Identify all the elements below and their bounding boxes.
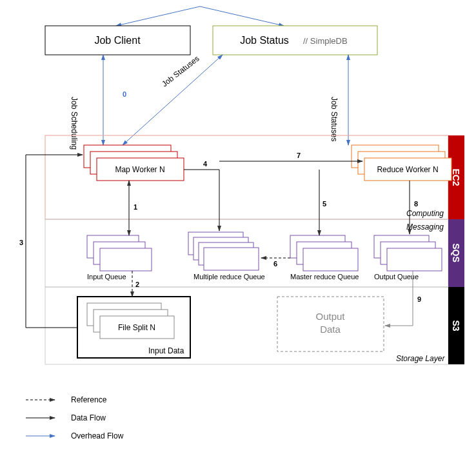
ec2-label: EC2 <box>451 168 461 186</box>
reduce-worker-label: Reduce Worker N <box>377 165 438 174</box>
masq-f <box>303 248 358 271</box>
computing-label: Computing <box>406 209 444 218</box>
step-5: 5 <box>322 200 326 208</box>
mrq-f <box>204 248 259 270</box>
step-4: 4 <box>203 160 208 168</box>
job-scheduling-label: Job Scheduling <box>70 97 79 150</box>
storage-label: Storage Layer <box>396 354 445 363</box>
step-1: 1 <box>134 203 137 211</box>
legend-over: Overhead Flow <box>71 431 124 440</box>
file-split-label: File Split N <box>118 323 155 332</box>
step-8: 8 <box>414 200 418 208</box>
output-data-1: Output <box>315 311 345 322</box>
step-3: 3 <box>19 239 23 246</box>
job-status-label: Job Status <box>240 35 289 46</box>
step-7: 7 <box>297 152 301 159</box>
step-9: 9 <box>417 295 421 303</box>
s3-label: S3 <box>451 320 461 331</box>
legend-data: Data Flow <box>71 413 106 422</box>
step-6: 6 <box>273 260 277 268</box>
step-2: 2 <box>135 281 139 288</box>
job-statuses-1: Job Statuses <box>160 54 201 89</box>
output-queue-label: Output Queue <box>374 273 419 281</box>
oq-f <box>387 248 442 271</box>
arrow-jobstatus-map <box>123 55 223 145</box>
input-queue-label: Input Queue <box>87 273 126 281</box>
simpledb-label: // SimpleDB <box>303 36 348 46</box>
iq-f <box>100 248 152 271</box>
output-data-2: Data <box>320 324 341 335</box>
job-status-box <box>213 26 377 55</box>
multi-reduce-label: Multiple reduce Queue <box>193 273 265 281</box>
map-worker-label: Map Worker N <box>115 165 164 174</box>
step-0: 0 <box>123 90 126 98</box>
arrow-4 <box>184 170 219 231</box>
sqs-label: SQS <box>451 243 461 262</box>
job-statuses-2: Job Statuses <box>330 97 339 141</box>
master-reduce-label: Master reduce Queue <box>290 273 359 281</box>
messaging-label: Messaging <box>406 222 444 232</box>
job-client-label: Job Client <box>94 35 141 46</box>
legend-ref: Reference <box>71 395 107 404</box>
input-data-label: Input Data <box>148 346 184 355</box>
overhead-arc <box>116 6 284 26</box>
arrow-3 <box>26 155 83 328</box>
